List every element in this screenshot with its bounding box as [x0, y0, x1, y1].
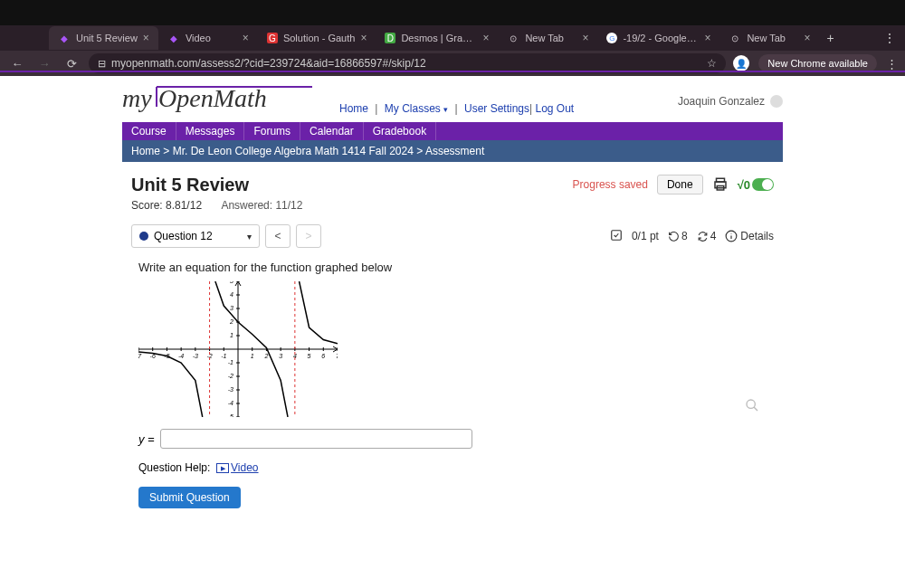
close-icon[interactable]: ×: [704, 32, 710, 44]
next-question-button[interactable]: >: [296, 224, 321, 248]
svg-point-63: [747, 400, 755, 408]
svg-text:-1: -1: [228, 359, 233, 365]
header-nav: Home | My Classes ▾ | User Settings| Log…: [339, 102, 574, 115]
svg-text:-4: -4: [178, 353, 184, 359]
svg-text:4: 4: [230, 291, 233, 298]
browser-tab[interactable]: ◆ Unit 5 Review ×: [49, 26, 158, 50]
regen-icon: 4: [697, 230, 717, 242]
site-header: my OpenMath Home | My Classes ▾ | User S…: [122, 76, 783, 122]
svg-text:5: 5: [230, 281, 233, 284]
svg-line-64: [754, 407, 757, 411]
close-icon[interactable]: ×: [482, 32, 489, 44]
nav-forums[interactable]: Forums: [244, 122, 300, 140]
done-button[interactable]: Done: [657, 175, 703, 194]
svg-text:3: 3: [230, 305, 233, 311]
nav-course[interactable]: Course: [122, 122, 176, 140]
close-icon[interactable]: ×: [582, 32, 588, 44]
tab-title: New Tab: [525, 33, 576, 43]
tab-title: Solution - Gauth: [283, 33, 356, 43]
user-name: Joaquin Gonzalez: [678, 95, 765, 108]
svg-text:2: 2: [263, 353, 268, 359]
log-out-link[interactable]: Log Out: [536, 102, 575, 115]
svg-text:-3: -3: [228, 386, 233, 393]
svg-text:1: 1: [251, 353, 254, 359]
breadcrumb-current: Assessment: [425, 145, 484, 157]
site-info-icon[interactable]: ⊟: [98, 58, 106, 70]
tab-favicon: ⊙: [507, 32, 519, 44]
site-logo[interactable]: my OpenMath: [122, 83, 312, 119]
svg-text:5: 5: [308, 353, 311, 359]
magnify-icon[interactable]: [745, 398, 761, 414]
answer-input[interactable]: [160, 429, 472, 449]
browser-tab[interactable]: ⊙ New Tab ×: [719, 26, 819, 50]
close-icon[interactable]: ×: [360, 32, 367, 44]
input-label: y =: [138, 432, 155, 446]
close-icon[interactable]: ×: [243, 32, 249, 44]
bookmark-icon[interactable]: ☆: [707, 57, 717, 70]
score-text: Score: 8.81/12: [131, 199, 202, 212]
svg-text:1: 1: [230, 332, 233, 338]
breadcrumb-home[interactable]: Home: [131, 145, 160, 157]
svg-text:7: 7: [336, 353, 338, 359]
video-link[interactable]: Video: [231, 461, 258, 474]
browser-tab[interactable]: ◆ Video ×: [158, 26, 258, 50]
breadcrumb-course[interactable]: Mr. De Leon College Algebra Math 1414 Fa…: [173, 145, 414, 157]
nav-messages[interactable]: Messages: [176, 122, 245, 140]
svg-text:-2: -2: [228, 373, 233, 379]
browser-menu-icon[interactable]: ⋮: [874, 31, 905, 45]
question-status-dot: [139, 232, 148, 241]
kebab-menu-icon[interactable]: ⋮: [886, 57, 898, 71]
answered-text: Answered: 11/12: [221, 199, 302, 212]
svg-text:-5: -5: [228, 413, 233, 417]
course-nav-bar: Course Messages Forums Calendar Gradeboo…: [122, 122, 783, 140]
check-icon: [610, 229, 623, 244]
page-title: Unit 5 Review: [131, 175, 302, 195]
help-label: Question Help:: [138, 461, 210, 474]
svg-rect-7: [612, 230, 622, 240]
svg-text:OpenMath: OpenMath: [158, 84, 267, 112]
tab-favicon: D: [385, 33, 395, 43]
tab-title: Unit 5 Review: [76, 33, 138, 43]
browser-tab[interactable]: G -19/2 - Google Sea ×: [597, 26, 719, 50]
close-icon[interactable]: ×: [804, 32, 810, 44]
nav-calendar[interactable]: Calendar: [300, 122, 364, 140]
profile-icon[interactable]: 👤: [733, 55, 749, 71]
tab-title: New Tab: [747, 33, 798, 43]
tab-favicon: G: [606, 33, 617, 43]
question-prompt: Write an equation for the function graph…: [138, 261, 767, 274]
retry-icon: 8: [668, 230, 688, 242]
my-classes-link[interactable]: My Classes ▾: [385, 102, 448, 115]
nav-gradebook[interactable]: Gradebook: [364, 122, 436, 140]
svg-text:-1: -1: [221, 353, 226, 359]
browser-tab[interactable]: ⊙ New Tab ×: [498, 26, 597, 50]
progress-saved-text: Progress saved: [573, 178, 648, 191]
svg-text:3: 3: [279, 353, 282, 359]
new-tab-button[interactable]: +: [819, 31, 841, 45]
details-link[interactable]: Details: [725, 230, 774, 242]
bottom-accent-bar: [0, 71, 905, 72]
update-chrome-button[interactable]: New Chrome available: [758, 54, 877, 72]
print-icon[interactable]: [712, 176, 729, 193]
browser-tab-strip: ◆ Unit 5 Review × ◆ Video × G Solution -…: [0, 25, 905, 51]
avatar[interactable]: [770, 95, 783, 108]
tab-title: -19/2 - Google Sea: [623, 33, 699, 43]
user-info: Joaquin Gonzalez: [678, 95, 783, 108]
svg-text:-7: -7: [138, 353, 142, 359]
browser-tab[interactable]: G Solution - Gauth ×: [258, 26, 376, 50]
prev-question-button[interactable]: <: [265, 224, 291, 248]
tab-favicon: G: [267, 33, 278, 43]
home-link[interactable]: Home: [339, 102, 368, 115]
user-settings-link[interactable]: User Settings: [464, 102, 529, 115]
breadcrumb: Home > Mr. De Leon College Algebra Math …: [122, 140, 783, 162]
close-icon[interactable]: ×: [143, 32, 149, 44]
question-selector[interactable]: Question 12: [131, 224, 260, 248]
toggle-switch[interactable]: [752, 178, 774, 191]
math-toggle[interactable]: √0: [738, 178, 774, 192]
points-text: 0/1 pt: [632, 230, 659, 242]
tab-favicon: ◆: [58, 32, 71, 44]
tab-title: Video: [186, 33, 237, 43]
submit-button[interactable]: Submit Question: [138, 487, 241, 508]
browser-top-spacer: [0, 0, 905, 25]
svg-text:6: 6: [321, 353, 325, 359]
browser-tab[interactable]: D Desmos | Graphing ×: [376, 26, 498, 50]
